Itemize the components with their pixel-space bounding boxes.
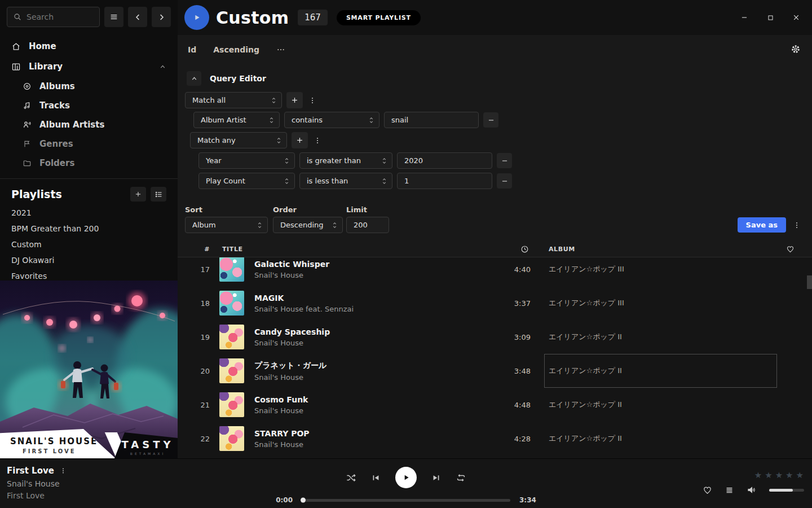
remove-group-rule-button[interactable]	[497, 173, 512, 189]
add-rule-button[interactable]	[286, 92, 303, 108]
rule-group-menu-icon[interactable]	[307, 92, 317, 108]
track-album[interactable]: エイリアン☆ポップ III	[549, 298, 624, 308]
save-as-button[interactable]: Save as	[738, 217, 786, 233]
nav-back-button[interactable]	[128, 7, 147, 27]
remove-rule-button[interactable]	[483, 112, 498, 128]
sidebar-item-album-artists[interactable]: Album Artists	[0, 115, 178, 134]
playlist-item-2021[interactable]: 2021	[0, 205, 178, 221]
rule-operator-select[interactable]: contains	[284, 112, 379, 128]
table-row[interactable]: 18 MAGIK Snail's House feat. Sennzai 3:3…	[178, 286, 812, 320]
duration-clock-icon[interactable]	[520, 245, 529, 253]
chevron-up-icon[interactable]	[159, 63, 166, 71]
search-box[interactable]	[7, 7, 100, 27]
sidebar-item-library[interactable]: Library	[0, 56, 178, 77]
table-row[interactable]: 17 Galactic Whisper Snail's House 4:40 エ…	[178, 257, 812, 286]
track-title[interactable]: MAGIK	[254, 294, 354, 303]
table-scrollbar-thumb[interactable]	[807, 275, 812, 289]
group-rule-operator-select[interactable]: is greater than	[299, 152, 392, 169]
menu-button[interactable]	[104, 7, 123, 27]
table-row[interactable]: 20 プラネット・ガール Snail's House 3:48 エイリアン☆ポッ…	[178, 354, 812, 388]
volume-slider[interactable]	[769, 489, 804, 492]
match-any-select[interactable]: Match any	[190, 132, 287, 148]
next-track-button[interactable]	[431, 473, 441, 483]
order-select[interactable]: Descending	[273, 217, 343, 233]
track-title[interactable]: STARRY POP	[254, 429, 310, 438]
manage-playlists-button[interactable]	[151, 187, 166, 202]
table-row[interactable]: 19 Candy Spaceship Snail's House 3:09 エイ…	[178, 320, 812, 354]
queue-button[interactable]	[725, 485, 734, 495]
group-rule-field-select[interactable]: Year	[198, 152, 295, 169]
star-icon[interactable]: ★	[796, 470, 804, 480]
sort-select[interactable]: Album	[185, 217, 268, 233]
group-rule-value-input[interactable]	[397, 152, 492, 169]
star-icon[interactable]: ★	[785, 470, 793, 480]
playlist-item-dj-okawari[interactable]: DJ Okawari	[0, 252, 178, 268]
track-album[interactable]: エイリアン☆ポップ II	[549, 366, 622, 376]
track-album[interactable]: エイリアン☆ポップ II	[549, 400, 622, 410]
track-title[interactable]: Candy Spaceship	[254, 327, 330, 336]
star-icon[interactable]: ★	[754, 470, 762, 480]
favorite-button[interactable]	[703, 485, 712, 495]
column-header-number[interactable]: #	[178, 246, 210, 253]
track-artist[interactable]: Snail's House	[254, 373, 326, 382]
star-icon[interactable]: ★	[775, 470, 783, 480]
sidebar-item-tracks[interactable]: Tracks	[0, 96, 178, 115]
sort-direction-control[interactable]: Ascending	[213, 45, 259, 54]
repeat-button[interactable]	[456, 472, 466, 483]
window-close-button[interactable]	[787, 8, 805, 27]
group-rule-value-input[interactable]	[397, 173, 492, 189]
playlist-item-custom[interactable]: Custom	[0, 237, 178, 252]
previous-track-button[interactable]	[371, 473, 381, 483]
track-artist[interactable]: Snail's House	[254, 406, 308, 415]
window-minimize-button[interactable]	[735, 8, 753, 27]
playlist-item-bpm[interactable]: BPM Greater than 200	[0, 221, 178, 237]
settings-gear-icon[interactable]	[791, 44, 801, 54]
group-rule-operator-select[interactable]: is less than	[299, 173, 392, 189]
match-all-select[interactable]: Match all	[185, 92, 282, 108]
rule-field-select[interactable]: Album Artist	[193, 112, 280, 128]
track-title[interactable]: Galactic Whisper	[254, 260, 329, 269]
group-rule-field-select[interactable]: Play Count	[198, 173, 295, 189]
limit-input[interactable]	[346, 217, 389, 233]
sidebar-item-genres[interactable]: Genres	[0, 134, 178, 154]
sidebar-item-folders[interactable]: Folders	[0, 154, 178, 173]
track-number: 20	[178, 367, 210, 375]
seek-slider[interactable]	[302, 499, 510, 502]
track-album[interactable]: エイリアン☆ポップ II	[549, 433, 622, 444]
track-album[interactable]: エイリアン☆ポップ III	[549, 264, 624, 274]
nav-forward-button[interactable]	[152, 7, 171, 27]
column-header-album[interactable]: ALBUM	[549, 246, 575, 253]
track-artist[interactable]: Snail's House	[254, 440, 310, 449]
favorite-heart-icon[interactable]	[786, 245, 795, 253]
track-title[interactable]: プラネット・ガール	[254, 361, 326, 371]
table-row[interactable]: 21 Cosmo Funk Snail's House 4:48 エイリアン☆ポ…	[178, 388, 812, 422]
shuffle-button[interactable]	[346, 472, 356, 483]
remove-group-rule-button[interactable]	[497, 153, 512, 168]
more-options-icon[interactable]	[276, 45, 285, 54]
track-artist[interactable]: Snail's House	[254, 271, 329, 279]
window-maximize-button[interactable]	[761, 8, 779, 27]
query-editor-collapse-button[interactable]	[187, 71, 201, 86]
table-row[interactable]: 22 STARRY POP Snail's House 4:28 エイリアン☆ポ…	[178, 422, 812, 456]
now-playing-album-art[interactable]: SNAIL'S HOUSE FIRST LOVE TASTY BETAMAXI	[0, 281, 178, 458]
sidebar-item-albums[interactable]: Albums	[0, 77, 178, 96]
track-duration: 3:37	[493, 299, 531, 308]
sidebar-item-home[interactable]: Home	[0, 36, 178, 56]
track-artist[interactable]: Snail's House feat. Sennzai	[254, 305, 354, 313]
play-pause-button[interactable]	[395, 467, 417, 488]
search-input[interactable]	[27, 12, 89, 21]
sort-field-control[interactable]: Id	[188, 45, 196, 54]
rule-value-input[interactable]	[384, 112, 479, 128]
track-album[interactable]: エイリアン☆ポップ II	[549, 332, 622, 342]
play-playlist-button[interactable]	[184, 5, 209, 30]
column-header-title[interactable]: TITLE	[222, 246, 243, 253]
seek-slider-thumb[interactable]	[301, 498, 306, 503]
volume-icon[interactable]	[747, 485, 757, 495]
add-group-rule-button[interactable]	[292, 132, 308, 148]
save-menu-icon[interactable]	[792, 217, 802, 233]
add-playlist-button[interactable]	[130, 187, 146, 202]
track-title[interactable]: Cosmo Funk	[254, 395, 308, 404]
star-icon[interactable]: ★	[765, 470, 773, 480]
group-menu-icon[interactable]	[312, 132, 323, 148]
track-artist[interactable]: Snail's House	[254, 339, 330, 347]
